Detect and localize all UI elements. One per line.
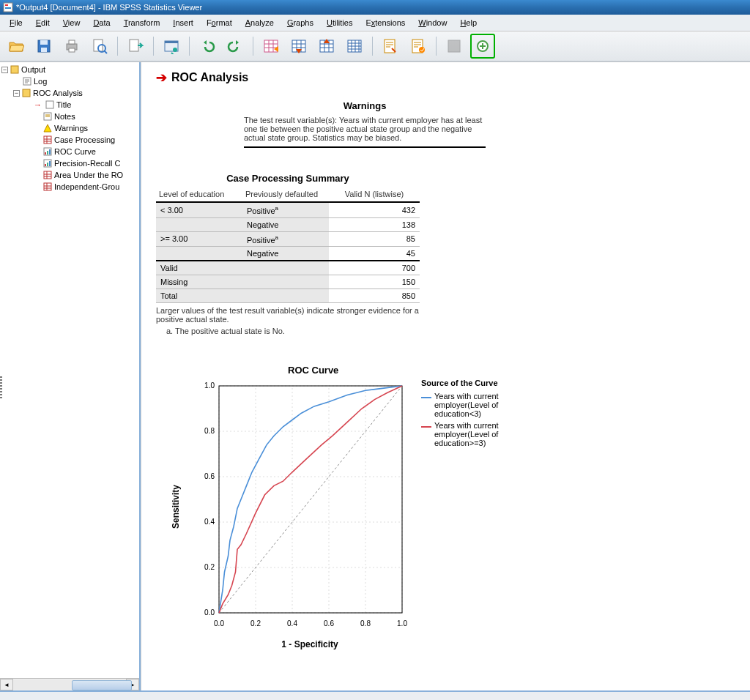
cps-lvl	[156, 247, 242, 261]
roc-chart-title: ROC Curve	[288, 365, 735, 376]
table-row: Negative45	[156, 247, 420, 261]
tree-precrecall[interactable]: Precision-Recall C	[1, 157, 139, 169]
designate-window-icon[interactable]	[442, 34, 466, 58]
legend-item: Years with current employer(Level of edu…	[421, 392, 524, 418]
roc-ylabel: Sensitivity	[171, 485, 181, 529]
svg-rect-38	[49, 149, 51, 154]
svg-rect-5	[41, 48, 47, 52]
svg-rect-30	[23, 89, 30, 97]
create-new-icon[interactable]	[470, 34, 495, 59]
cps-sum-n: 150	[329, 275, 420, 289]
save-icon[interactable]	[32, 34, 56, 58]
tree-notes[interactable]: Notes	[1, 111, 139, 122]
menu-format[interactable]: Format	[200, 17, 239, 29]
cps-note-a: a. The positive actual state is No.	[166, 327, 420, 335]
svg-rect-16	[264, 40, 278, 52]
svg-rect-42	[49, 161, 51, 166]
cps-n: 85	[329, 231, 420, 247]
menu-analyze[interactable]: Analyze	[239, 17, 281, 29]
scroll-left-icon[interactable]: ◄	[0, 679, 13, 690]
print-preview-icon[interactable]	[88, 34, 111, 58]
tree-root[interactable]: − Output	[1, 64, 139, 75]
chart-icon	[42, 146, 53, 157]
collapse-icon[interactable]: −	[1, 67, 8, 73]
select-last-output-icon[interactable]	[379, 34, 402, 58]
menu-file[interactable]: File	[3, 17, 29, 29]
svg-rect-36	[45, 152, 46, 154]
tree-roc-label: ROC Analysis	[33, 89, 83, 97]
menu-data[interactable]: Data	[86, 17, 116, 29]
warnings-body: The test result variable(s): Years with …	[244, 116, 486, 148]
warnings-icon	[42, 123, 53, 133]
scroll-thumb[interactable]	[72, 680, 132, 690]
print-icon[interactable]	[60, 34, 83, 58]
outline-hscrollbar[interactable]: ◄ ►	[0, 678, 139, 690]
svg-text:0.6: 0.6	[324, 619, 334, 628]
legend-label: Years with current employer(Level of edu…	[434, 392, 524, 418]
app-icon	[3, 2, 13, 12]
tree-item-label: Independent-Grou	[54, 182, 119, 191]
section-title: ➔ ROC Analysis	[156, 71, 735, 84]
svg-rect-28	[11, 66, 18, 73]
menu-window[interactable]: Window	[412, 17, 453, 29]
table-icon	[42, 170, 53, 180]
menu-view[interactable]: View	[56, 17, 87, 29]
splitter-handle[interactable]	[0, 376, 2, 398]
tree-roc[interactable]: − ROC Analysis	[1, 87, 139, 99]
redo-icon[interactable]	[223, 34, 247, 58]
svg-marker-33	[44, 124, 51, 132]
svg-rect-43	[44, 171, 51, 179]
goto-variable-icon[interactable]	[315, 34, 338, 58]
menu-edit[interactable]: Edit	[29, 17, 56, 29]
tree-caseprocessing[interactable]: Case Processing	[1, 134, 139, 146]
svg-text:0.4: 0.4	[287, 619, 297, 628]
cps-state: Positivea	[242, 202, 329, 217]
tree-root-label: Output	[21, 65, 45, 74]
svg-text:0.0: 0.0	[214, 619, 224, 628]
menu-graphs[interactable]: Graphs	[281, 17, 320, 29]
warnings-title: Warnings	[244, 100, 486, 111]
scroll-track[interactable]	[13, 679, 126, 690]
svg-rect-14	[165, 41, 178, 43]
goto-data-icon[interactable]	[259, 34, 283, 58]
cps-sum-label: Total	[156, 289, 242, 303]
cps-sum-label: Valid	[156, 261, 242, 275]
goto-case-icon[interactable]	[287, 34, 311, 58]
variables-icon[interactable]	[343, 34, 366, 58]
tree-log[interactable]: Log	[1, 75, 139, 87]
table-row: Valid700	[156, 261, 420, 275]
run-script-icon[interactable]	[406, 34, 430, 58]
export-icon[interactable]	[124, 34, 147, 58]
menu-extensions[interactable]: Extensions	[359, 17, 412, 29]
collapse-icon[interactable]: −	[13, 90, 20, 97]
roc-legend: Source of the Curve Years with current e…	[421, 379, 524, 635]
menu-transform[interactable]: Transform	[117, 17, 167, 29]
tree-title[interactable]: → Title	[1, 99, 139, 111]
cps-n: 138	[329, 217, 420, 231]
recall-dialog-icon[interactable]	[160, 34, 183, 58]
menu-utilities[interactable]: Utilities	[320, 17, 359, 29]
tree-auc[interactable]: Area Under the RO	[1, 169, 139, 181]
svg-rect-40	[45, 164, 46, 166]
tree-indgroups[interactable]: Independent-Grou	[1, 181, 139, 193]
svg-rect-31	[46, 101, 53, 108]
menubar: File Edit View Data Transform Insert For…	[0, 15, 750, 31]
menu-help[interactable]: Help	[453, 17, 483, 29]
roc-chart-block: ROC Curve Sensitivity 0.00.20.40.60.81.0…	[171, 365, 735, 649]
tree-item-label: Title	[56, 100, 71, 109]
workspace: − Output Log − ROC Analysis → Title Note…	[0, 62, 750, 690]
svg-rect-8	[69, 48, 75, 52]
cps-n: 45	[329, 247, 420, 261]
menu-insert[interactable]: Insert	[166, 17, 200, 29]
output-viewer[interactable]: ➔ ROC Analysis Warnings The test result …	[141, 62, 750, 690]
case-processing-block: Case Processing Summary Level of educati…	[156, 173, 420, 335]
cps-n: 432	[329, 202, 420, 217]
tree-warnings[interactable]: Warnings	[1, 122, 139, 134]
open-icon[interactable]	[4, 34, 28, 58]
tree-roccurve[interactable]: ROC Curve	[1, 146, 139, 157]
legend-title: Source of the Curve	[421, 379, 524, 387]
table-row: Missing150	[156, 275, 420, 289]
undo-icon[interactable]	[196, 34, 219, 58]
table-row: Total850	[156, 289, 420, 303]
svg-rect-26	[448, 40, 460, 52]
